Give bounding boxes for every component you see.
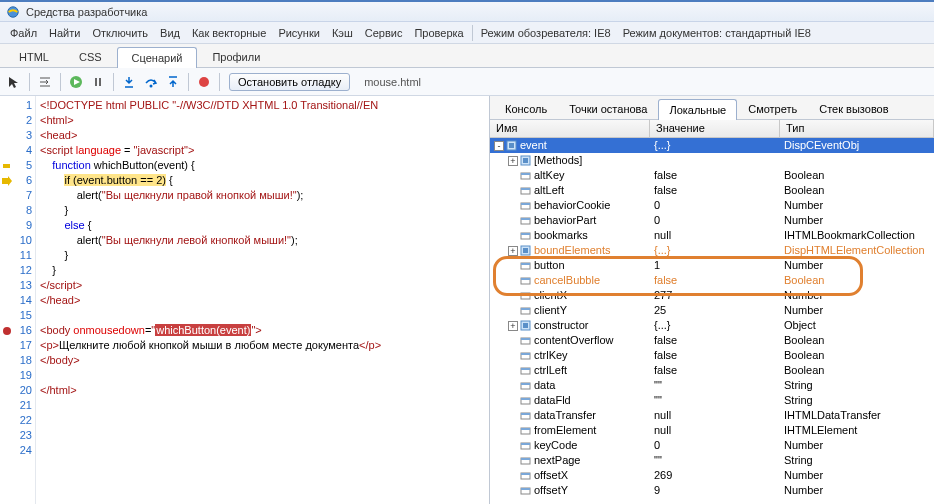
var-row[interactable]: +boundElements{...}DispHTMLElementCollec… [490,243,934,258]
menu-disable[interactable]: Отключить [86,24,154,42]
var-row[interactable]: behaviorPart0Number [490,213,934,228]
var-row[interactable]: dataFld""String [490,393,934,408]
tab-html[interactable]: HTML [4,46,64,67]
svg-rect-35 [521,338,530,340]
var-row[interactable]: dataTransfernullIHTMLDataTransfer [490,408,934,423]
col-name[interactable]: Имя [490,120,650,137]
var-list[interactable]: -event{...}DispCEventObj+[Methods]altKey… [490,138,934,504]
menu-doc-mode[interactable]: Режим документов: стандартный IE8 [617,24,817,42]
menu-vectors[interactable]: Как векторные [186,24,272,42]
code-content[interactable]: <!DOCTYPE html PUBLIC "-//W3C//DTD XHTML… [36,96,489,504]
menu-find[interactable]: Найти [43,24,86,42]
var-row[interactable]: nextPage""String [490,453,934,468]
var-row[interactable]: data""String [490,378,934,393]
var-row[interactable]: ctrlLeftfalseBoolean [490,363,934,378]
svg-rect-21 [521,233,530,235]
svg-rect-55 [521,488,530,490]
var-row[interactable]: behaviorCookie0Number [490,198,934,213]
pause-icon[interactable] [88,72,108,92]
var-row[interactable]: altKeyfalseBoolean [490,168,934,183]
stop-debug-button[interactable]: Остановить отладку [229,73,350,91]
svg-rect-39 [521,368,530,370]
menu-view[interactable]: Вид [154,24,186,42]
titlebar: Средства разработчика [0,0,934,22]
menu-check[interactable]: Проверка [408,24,469,42]
menu-images[interactable]: Рисунки [272,24,326,42]
rtab-breakpoints[interactable]: Точки останова [558,98,658,119]
var-row[interactable]: offsetX269Number [490,468,934,483]
var-row[interactable]: button1Number [490,258,934,273]
svg-rect-15 [521,188,530,190]
var-header: Имя Значение Тип [490,120,934,138]
rtab-console[interactable]: Консоль [494,98,558,119]
svg-rect-41 [521,383,530,385]
property-icon [520,200,531,211]
property-icon [520,260,531,271]
rtab-locals[interactable]: Локальные [658,99,737,120]
svg-rect-6 [3,164,10,168]
var-row[interactable]: -event{...}DispCEventObj [490,138,934,153]
property-icon [520,230,531,241]
var-row[interactable]: keyCode0Number [490,438,934,453]
property-icon [520,395,531,406]
var-row[interactable]: +constructor{...}Object [490,318,934,333]
menu-file[interactable]: Файл [4,24,43,42]
var-row[interactable]: fromElementnullIHTMLElement [490,423,934,438]
step-over-icon[interactable] [141,72,161,92]
line-numbers: 123456789101112131415161718192021222324 [14,96,36,504]
var-row[interactable]: clientX277Number [490,288,934,303]
col-type[interactable]: Тип [780,120,934,137]
col-value[interactable]: Значение [650,120,780,137]
svg-rect-47 [521,428,530,430]
rtab-watch[interactable]: Смотреть [737,98,808,119]
tab-css[interactable]: CSS [64,46,117,67]
toolbar: Остановить отладку mouse.html [0,68,934,96]
svg-rect-43 [521,398,530,400]
play-icon[interactable] [66,72,86,92]
tree-toggle[interactable]: + [508,246,518,256]
tree-toggle[interactable]: - [494,141,504,151]
svg-point-7 [3,327,11,335]
svg-rect-11 [523,158,528,163]
var-row[interactable]: ctrlKeyfalseBoolean [490,348,934,363]
var-row[interactable]: offsetY9Number [490,483,934,498]
menu-browser-mode[interactable]: Режим обозревателя: IE8 [475,24,617,42]
svg-rect-27 [521,278,530,280]
svg-rect-2 [95,78,97,86]
svg-point-4 [150,84,153,87]
wrap-icon[interactable] [35,72,55,92]
var-row[interactable]: contentOverflowfalseBoolean [490,333,934,348]
tree-toggle[interactable]: + [508,156,518,166]
main-tabs: HTML CSS Сценарий Профили [0,44,934,68]
ie-icon [6,5,20,19]
svg-rect-33 [523,323,528,328]
var-row[interactable]: clientY25Number [490,303,934,318]
property-icon [520,275,531,286]
current-file[interactable]: mouse.html [356,74,429,90]
menu-service[interactable]: Сервис [359,24,409,42]
svg-rect-23 [523,248,528,253]
property-icon [520,365,531,376]
tab-script[interactable]: Сценарий [117,47,198,68]
var-row[interactable]: +[Methods] [490,153,934,168]
var-row[interactable]: cancelBubblefalseBoolean [490,273,934,288]
property-icon [520,170,531,181]
menu-cache[interactable]: Кэш [326,24,359,42]
object-icon [520,245,531,256]
right-pane: Консоль Точки останова Локальные Смотрет… [490,96,934,504]
var-row[interactable]: altLeftfalseBoolean [490,183,934,198]
step-into-icon[interactable] [119,72,139,92]
select-element-icon[interactable] [4,72,24,92]
property-icon [520,410,531,421]
property-icon [520,305,531,316]
svg-rect-37 [521,353,530,355]
property-icon [520,290,531,301]
tree-toggle[interactable]: + [508,321,518,331]
var-row[interactable]: bookmarksnullIHTMLBookmarkCollection [490,228,934,243]
property-icon [520,380,531,391]
break-all-icon[interactable] [194,72,214,92]
svg-rect-31 [521,308,530,310]
tab-profiles[interactable]: Профили [197,46,275,67]
step-out-icon[interactable] [163,72,183,92]
rtab-callstack[interactable]: Стек вызовов [808,98,899,119]
